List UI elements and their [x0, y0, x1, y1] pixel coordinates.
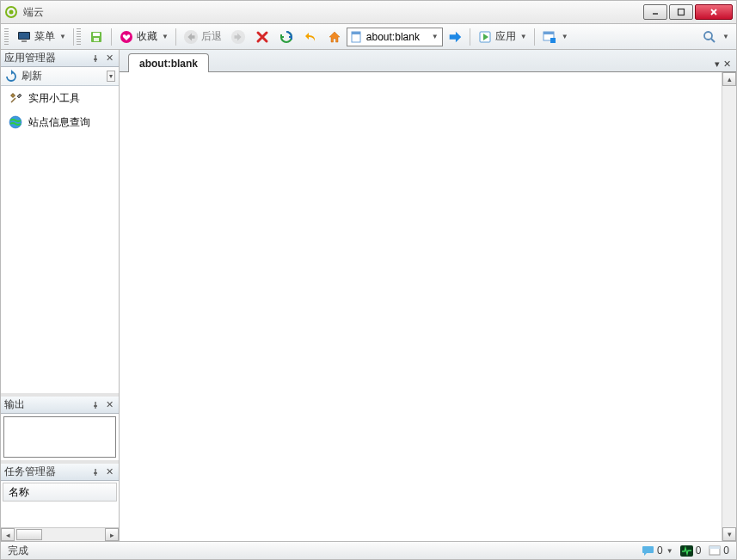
window-title: 端云 [23, 5, 642, 20]
favorites-button[interactable]: 收藏 ▼ [114, 27, 173, 47]
status-chat[interactable]: 0 ▼ [642, 545, 673, 557]
svg-rect-7 [19, 33, 29, 39]
app-manager-toolbar: 刷新 ▾ [1, 67, 119, 86]
reload-button[interactable] [274, 27, 298, 47]
apps-label: 应用 [495, 29, 516, 44]
url-box[interactable]: ▼ [347, 28, 443, 46]
search-button[interactable] [698, 28, 721, 46]
pin-icon[interactable] [89, 52, 101, 65]
toolbar-separator [534, 28, 535, 46]
svg-rect-3 [679, 9, 685, 15]
stop-icon [255, 29, 270, 45]
dropdown-arrow-icon[interactable]: ▼ [432, 33, 439, 40]
maximize-button[interactable] [669, 4, 693, 20]
heart-icon [119, 29, 134, 45]
app-manager-title: 应用管理器 [4, 51, 89, 65]
toolbar-separator [470, 28, 470, 46]
panel-menu-icon[interactable]: ▾ [107, 71, 115, 82]
pin-icon[interactable] [89, 466, 101, 478]
apps-button[interactable]: 应用 ▼ [473, 27, 531, 47]
minimize-button[interactable] [643, 4, 667, 20]
task-hscrollbar[interactable]: ◂ ▸ [1, 527, 119, 541]
scroll-down-button[interactable]: ▾ [722, 527, 736, 541]
pin-icon[interactable] [89, 399, 101, 411]
tree-item-tools[interactable]: 实用小工具 [1, 86, 119, 110]
scroll-left-button[interactable]: ◂ [1, 528, 15, 541]
svg-point-21 [704, 32, 712, 40]
main-toolbar: 菜单 ▼ 收藏 ▼ 后退 ▼ 应用 ▼ [0, 24, 737, 50]
vertical-scrollbar[interactable]: ▴ ▾ [722, 72, 736, 541]
tab-menu-icon[interactable]: ▾ [715, 58, 720, 70]
chat-icon [642, 545, 654, 557]
task-column-header[interactable]: 名称 [3, 483, 117, 502]
tree-item-siteinfo[interactable]: 站点信息查询 [1, 110, 119, 134]
view-button[interactable]: ▼ [537, 27, 573, 47]
search-icon [702, 29, 717, 45]
status-chat-count: 0 [657, 545, 663, 557]
reload-icon [279, 29, 294, 45]
close-icon[interactable]: ✕ [103, 52, 115, 65]
dropdown-arrow-icon[interactable]: ▼ [722, 33, 729, 40]
tree-item-label: 实用小工具 [28, 91, 80, 106]
favorites-label: 收藏 [137, 29, 157, 44]
tab-label: about:blank [139, 58, 198, 70]
status-pages[interactable]: 0 [708, 545, 729, 557]
scroll-thumb[interactable] [16, 529, 42, 540]
tab-about-blank[interactable]: about:blank [128, 53, 209, 72]
globe-icon [8, 114, 23, 130]
content-area: about:blank ▾ ✕ ▴ ▾ [120, 50, 736, 541]
app-icon [4, 5, 18, 19]
dropdown-arrow-icon: ▼ [162, 33, 169, 40]
refresh-label[interactable]: 刷新 [21, 69, 42, 83]
status-activity[interactable]: 0 [680, 545, 702, 557]
back-button[interactable]: 后退 [179, 27, 226, 47]
svg-point-1 [9, 10, 14, 15]
go-arrow-icon [447, 29, 463, 45]
toolbar-separator [175, 28, 176, 46]
scroll-up-button[interactable]: ▴ [722, 72, 736, 86]
toolbar-separator [111, 28, 112, 46]
stop-button[interactable] [250, 27, 274, 47]
svg-rect-11 [94, 38, 99, 41]
refresh-icon[interactable] [4, 70, 18, 83]
toolbar-grip[interactable] [4, 28, 9, 46]
task-panel: 任务管理器 ✕ 名称 ◂ ▸ [1, 460, 119, 541]
dropdown-arrow-icon: ▼ [520, 33, 527, 40]
back-label: 后退 [201, 29, 222, 44]
window-icon [542, 29, 557, 45]
go-button[interactable] [443, 27, 467, 47]
output-body[interactable] [3, 416, 116, 458]
status-bar: 完成 0 ▼ 0 0 [0, 541, 737, 560]
floppy-icon [89, 29, 104, 45]
back-arrow-icon [183, 29, 199, 45]
menu-label: 菜单 [34, 29, 55, 44]
menu-button[interactable]: 菜单 ▼ [12, 27, 71, 47]
svg-rect-10 [93, 33, 100, 36]
dropdown-arrow-icon: ▼ [666, 547, 673, 555]
browser-viewport[interactable]: ▴ ▾ [120, 72, 736, 541]
close-button[interactable] [695, 4, 733, 20]
undo-button[interactable] [298, 27, 322, 47]
close-icon[interactable]: ✕ [103, 466, 115, 478]
scroll-right-button[interactable]: ▸ [105, 528, 119, 541]
output-panel: 输出 ✕ [1, 393, 119, 460]
tab-strip: about:blank ▾ ✕ [120, 50, 736, 72]
undo-icon [303, 29, 318, 45]
home-button[interactable] [322, 27, 347, 47]
tab-close-icon[interactable]: ✕ [723, 58, 731, 70]
output-header: 输出 ✕ [1, 397, 119, 414]
tools-icon [8, 90, 23, 106]
svg-rect-20 [550, 38, 556, 43]
close-icon[interactable]: ✕ [103, 399, 115, 411]
toolbar-grip[interactable] [77, 28, 81, 46]
save-button[interactable] [84, 27, 108, 47]
status-activity-count: 0 [696, 545, 702, 557]
tree-item-label: 站点信息查询 [28, 115, 90, 130]
title-bar: 端云 [0, 0, 737, 24]
url-input[interactable] [366, 31, 427, 43]
svg-line-22 [711, 39, 715, 42]
svg-rect-16 [352, 32, 360, 34]
dropdown-arrow-icon: ▼ [562, 33, 568, 40]
task-column-name: 名称 [9, 485, 29, 500]
forward-button[interactable] [226, 27, 250, 47]
